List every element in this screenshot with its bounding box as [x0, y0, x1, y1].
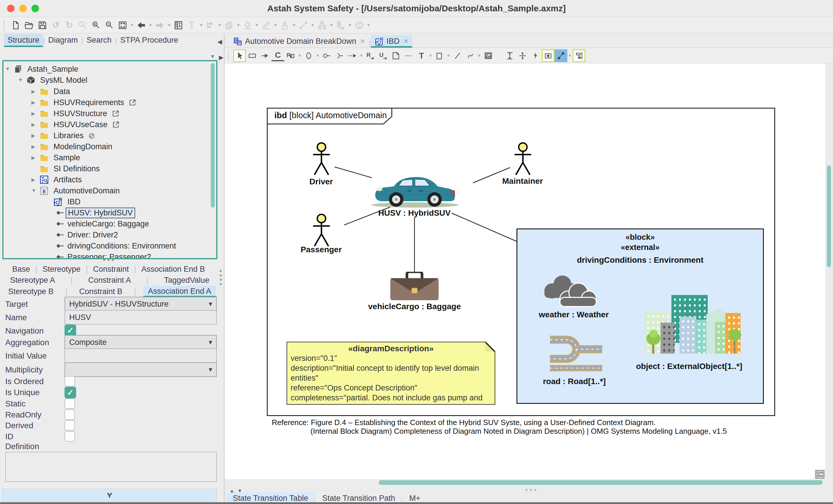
undo-icon[interactable]: ↺ — [49, 19, 63, 32]
definition-textarea[interactable] — [5, 452, 217, 482]
tree-item-label[interactable]: Driver: Driver2 — [66, 230, 120, 240]
line-tool-icon[interactable] — [451, 49, 464, 62]
rectangle-dropdown-icon[interactable]: ▾ — [446, 53, 451, 59]
external-object-image[interactable] — [645, 295, 741, 354]
tree-item-label[interactable]: HSUVUseCase — [52, 120, 109, 129]
target-select[interactable]: HybridSUV - HSUVStructure ▼ — [65, 297, 217, 311]
redo-icon[interactable]: ↻ — [63, 19, 76, 32]
tree-item-label[interactable]: Astah_Sample — [26, 65, 80, 74]
tree-row[interactable]: HUSV: HybridSUV — [5, 207, 208, 218]
horizontal-scrollbar-thumb[interactable] — [379, 480, 823, 485]
layers-dropdown-icon[interactable]: ▾ — [236, 22, 241, 28]
tree-row[interactable]: ▼ SysML Model — [5, 75, 208, 86]
block-tool-icon[interactable] — [246, 49, 259, 62]
derived-checkbox[interactable] — [65, 420, 75, 431]
back-dropdown-icon[interactable]: ▾ — [148, 22, 153, 28]
tree-collapsed-icon[interactable]: ▶ — [31, 133, 40, 139]
external-object-part-label[interactable]: object : ExternalObject[1..*] — [636, 362, 742, 371]
tab-structure[interactable]: Structure — [4, 34, 43, 47]
toolbar-drag-handle[interactable] — [3, 20, 6, 31]
tree-row[interactable]: SI Definitions — [5, 163, 208, 174]
layers-icon[interactable] — [222, 19, 236, 32]
rectangle-tool-icon[interactable] — [433, 49, 446, 62]
text-tool-icon[interactable]: T — [415, 49, 428, 62]
save-icon[interactable] — [36, 19, 49, 32]
connector-style-icon[interactable] — [554, 49, 567, 62]
tree-row[interactable]: ▶ HSUVUseCase — [5, 119, 208, 130]
note-anchor-tool-icon[interactable] — [402, 49, 415, 62]
tree-row[interactable]: IBD — [5, 196, 208, 207]
distribute-horizontal-icon[interactable] — [516, 49, 529, 62]
tree-row[interactable]: ▶ Data — [5, 86, 208, 97]
tab-constraint-a[interactable]: Constraint A — [84, 275, 136, 286]
tree-row[interactable]: ▼ Astah_Sample — [5, 64, 208, 75]
name-input[interactable]: HUSV — [65, 310, 217, 325]
road-part-label[interactable]: road : Road[1..*] — [543, 377, 606, 386]
tree-collapsed-icon[interactable]: ▶ — [31, 110, 40, 117]
aggregation-select[interactable]: Composite ▼ — [65, 335, 217, 350]
tree-row[interactable]: ▶ HSUVStructure — [5, 108, 208, 119]
close-tab-icon[interactable]: × — [360, 37, 365, 46]
tree-item-label[interactable]: vehicleCargo: Baggage — [66, 219, 151, 229]
is-unique-checkbox[interactable]: ✓ — [65, 387, 76, 398]
line-style-icon[interactable] — [297, 19, 310, 32]
tree-item-label[interactable]: SysML Model — [38, 75, 89, 85]
align-icon[interactable] — [204, 19, 217, 32]
tree-row[interactable]: vehicleCargo: Baggage — [5, 218, 208, 229]
tab-stereotype[interactable]: Stereotype — [38, 263, 86, 275]
tree-row[interactable]: ▶ Libraries ⊘ — [5, 130, 208, 141]
open-file-icon[interactable] — [22, 19, 36, 32]
actor-driver[interactable] — [308, 142, 335, 177]
show-part-toggle-icon[interactable] — [542, 49, 554, 62]
tab-ibd[interactable]: IBD × — [371, 35, 412, 48]
face-icon[interactable] — [353, 19, 366, 32]
multiplicity-select[interactable]: ▼ — [65, 362, 217, 377]
bottom-splitter-handle[interactable] — [525, 489, 536, 491]
pen-icon[interactable] — [260, 19, 273, 32]
list-icon[interactable] — [334, 19, 347, 32]
format-painter-icon[interactable] — [241, 19, 254, 32]
tab-base[interactable]: Base — [7, 263, 35, 275]
port-dropdown-icon[interactable]: ▾ — [297, 53, 302, 59]
tree-item-label[interactable]: Data — [52, 87, 72, 96]
diagram-canvas[interactable]: ibd [block] AutomotiveDomain Driver Main… — [225, 63, 825, 479]
tree-collapsed-icon[interactable]: ▶ — [31, 177, 40, 183]
tree-row[interactable]: drivingConditions: Environment — [5, 241, 208, 251]
initial-value-input[interactable] — [65, 348, 217, 363]
tree-collapsed-icon[interactable]: ▶ — [31, 144, 40, 150]
back-icon[interactable] — [135, 19, 148, 32]
hierarchy-icon[interactable] — [315, 19, 329, 32]
readonly-checkbox[interactable] — [65, 409, 75, 420]
item-flow-tool-icon[interactable] — [346, 49, 359, 62]
curve-dropdown-icon[interactable]: ▾ — [477, 53, 482, 59]
tab-stereotype-a[interactable]: Stereotype A — [5, 275, 60, 286]
tree-item-label[interactable]: ModelingDomain — [52, 142, 114, 152]
search-icon[interactable] — [76, 19, 89, 32]
flow-port-tool-icon[interactable] — [333, 49, 346, 62]
fit-to-window-icon[interactable] — [116, 19, 129, 32]
note-tool-icon[interactable] — [389, 49, 402, 62]
tree-row[interactable]: ▶ Sample — [5, 152, 208, 163]
weather-part-label[interactable]: weather : Weather — [539, 310, 609, 319]
id-checkbox[interactable] — [65, 431, 75, 442]
tree-scrollbar[interactable] — [211, 63, 215, 208]
line-style-dropdown-icon[interactable]: ▾ — [310, 22, 315, 28]
tree-item-label[interactable]: Libraries — [52, 131, 86, 141]
tree-expanded-icon[interactable]: ▼ — [5, 66, 14, 72]
list-dropdown-icon[interactable]: ▾ — [347, 22, 353, 28]
part-tool-icon[interactable] — [302, 49, 315, 62]
tree-row[interactable]: ▶ ModelingDomain — [5, 141, 208, 152]
interface-tool-icon[interactable] — [320, 49, 333, 62]
pen-dropdown-icon[interactable]: ▾ — [273, 22, 278, 28]
actor-maintainer-label[interactable]: Maintainer — [502, 177, 543, 186]
forward-dropdown-icon[interactable]: ▾ — [167, 22, 172, 28]
tree-item-label[interactable]: Artifacts — [52, 175, 84, 185]
tab-stpa-procedure[interactable]: STPA Procedure — [117, 34, 182, 47]
align-dropdown-icon[interactable]: ▾ — [217, 22, 222, 28]
tree-row[interactable]: Passenger: Passenger2 — [5, 251, 208, 259]
tab-stereotype-b[interactable]: Stereotype B — [3, 286, 58, 297]
property-panel-handle[interactable] — [220, 270, 222, 285]
text-format-dropdown-icon[interactable]: ▾ — [198, 22, 204, 28]
tree-expanded-icon[interactable]: ▼ — [31, 188, 40, 194]
tree-item-label[interactable]: SI Definitions — [52, 164, 101, 174]
